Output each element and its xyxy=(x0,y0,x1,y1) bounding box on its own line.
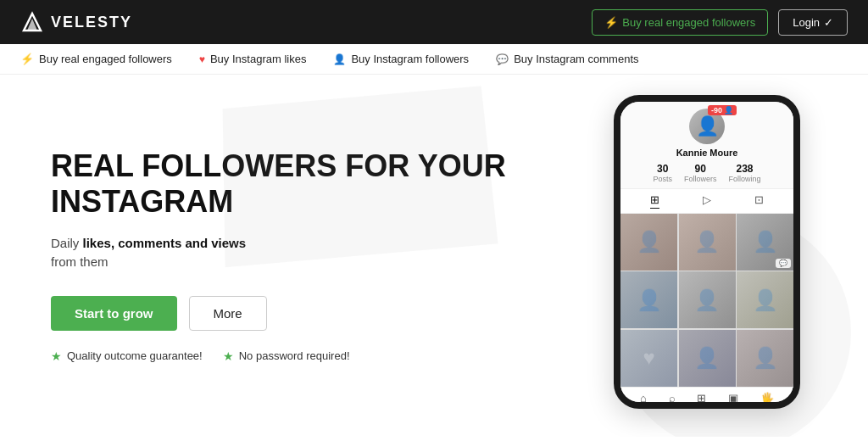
badge-no-password: ★ No password required! xyxy=(223,349,350,363)
phone-stat-posts: 30 Posts xyxy=(653,163,672,183)
phone-stat-followers: 90 Followers xyxy=(684,163,717,183)
profile-nav-icon[interactable]: 🖐 xyxy=(760,392,774,405)
posts-count: 30 xyxy=(657,163,668,175)
grid-cell-6: 👤 xyxy=(737,271,793,328)
avatar-person-icon: 👤 xyxy=(696,115,719,137)
chat-icon: 💬 xyxy=(496,53,509,65)
bolt-icon: ⚡ xyxy=(20,53,34,65)
cta-label: Buy real engaged followers xyxy=(622,16,755,29)
grid-cell-7: ♥ xyxy=(620,330,677,387)
chat-bubble: 💬 xyxy=(776,259,791,268)
grid-cell-4: 👤 xyxy=(620,271,677,328)
main-content: REAL FOLLOWERS FOR YOUR INSTAGRAM Daily … xyxy=(0,75,868,437)
nav-label-instagram-followers: Buy Instagram followers xyxy=(351,53,469,65)
cta-button[interactable]: ⚡ Buy real engaged followers xyxy=(592,9,768,36)
navbar: ⚡ Buy real engaged followers ♥ Buy Insta… xyxy=(0,44,868,75)
more-button[interactable]: More xyxy=(189,296,267,331)
person-silhouette-8: 👤 xyxy=(679,330,736,387)
phone-avatar-wrap: 👤 -90 👤 xyxy=(689,109,725,144)
heart-icon: ♥ xyxy=(199,53,205,65)
hero-buttons: Start to grow More xyxy=(51,296,580,331)
logo-text: VELESTY xyxy=(51,14,132,31)
start-to-grow-button[interactable]: Start to grow xyxy=(51,296,177,331)
nav-label-likes: Buy Instagram likes xyxy=(210,53,306,65)
grid-cell-1: 👤 xyxy=(620,214,677,271)
grid-cell-8: 👤 xyxy=(679,330,736,387)
star-icon-1: ★ xyxy=(51,349,62,363)
phone-mockup: 👤 -90 👤 Kannie Moure 30 Posts 90 F xyxy=(614,95,817,417)
nav-item-followers[interactable]: ⚡ Buy real engaged followers xyxy=(20,53,172,65)
person-icon: 👤 xyxy=(333,53,346,65)
person-silhouette-7: ♥ xyxy=(620,330,677,387)
hero-section: REAL FOLLOWERS FOR YOUR INSTAGRAM Daily … xyxy=(51,148,614,363)
person-silhouette-5: 👤 xyxy=(679,271,736,328)
grid-cell-3: 👤 💬 xyxy=(737,214,793,271)
grid-cell-9: 👤 xyxy=(737,330,793,387)
hero-title: REAL FOLLOWERS FOR YOUR INSTAGRAM xyxy=(51,148,580,219)
logo: VELESTY xyxy=(20,10,132,34)
login-button[interactable]: Login ✓ xyxy=(778,9,848,36)
reels-nav-icon[interactable]: ▣ xyxy=(728,392,738,405)
person-silhouette-4: 👤 xyxy=(620,271,677,328)
nav-label-comments: Buy Instagram comments xyxy=(514,53,638,65)
phone-username: Kannie Moure xyxy=(676,148,738,158)
following-label: Following xyxy=(729,175,761,183)
logo-icon xyxy=(20,10,44,34)
hero-badges: ★ Quality outcome guarantee! ★ No passwo… xyxy=(51,349,580,363)
video-tab-icon[interactable]: ▷ xyxy=(703,193,711,209)
add-nav-icon[interactable]: ⊞ xyxy=(697,392,706,405)
followers-label: Followers xyxy=(684,175,717,183)
cta-icon: ⚡ xyxy=(604,16,618,29)
phone-bottom-bar: ⌂ ⌕ ⊞ ▣ 🖐 xyxy=(620,387,793,409)
nav-item-likes[interactable]: ♥ Buy Instagram likes xyxy=(199,53,307,65)
hero-subtitle: Daily likes, comments and views from the… xyxy=(51,234,580,272)
nav-item-instagram-followers[interactable]: 👤 Buy Instagram followers xyxy=(333,53,469,65)
follower-badge: -90 👤 xyxy=(708,105,737,115)
phone-screen: 👤 -90 👤 Kannie Moure 30 Posts 90 F xyxy=(614,95,800,409)
header: VELESTY ⚡ Buy real engaged followers Log… xyxy=(0,0,868,44)
login-label: Login xyxy=(793,16,820,29)
tag-tab-icon[interactable]: ⊡ xyxy=(754,193,764,209)
checkmark-icon: ✓ xyxy=(824,16,833,29)
person-silhouette-6: 👤 xyxy=(737,271,793,328)
posts-label: Posts xyxy=(653,175,672,183)
grid-cell-2: 👤 xyxy=(679,214,736,271)
grid-cell-5: 👤 xyxy=(679,271,736,328)
home-nav-icon[interactable]: ⌂ xyxy=(640,392,647,405)
nav-item-comments[interactable]: 💬 Buy Instagram comments xyxy=(496,53,638,65)
follower-badge-person-icon: 👤 xyxy=(724,106,733,114)
phone-tab-row: ⊞ ▷ ⊡ xyxy=(620,189,793,214)
followers-count: 90 xyxy=(695,163,706,175)
badge-quality: ★ Quality outcome guarantee! xyxy=(51,349,203,363)
nav-label-followers: Buy real engaged followers xyxy=(39,53,172,65)
header-actions: ⚡ Buy real engaged followers Login ✓ xyxy=(592,9,848,36)
search-nav-icon[interactable]: ⌕ xyxy=(669,392,676,405)
phone-profile: 👤 -90 👤 Kannie Moure 30 Posts 90 F xyxy=(620,102,793,189)
phone-stats: 30 Posts 90 Followers 238 Following xyxy=(653,163,760,183)
person-silhouette-2: 👤 xyxy=(679,214,736,271)
following-count: 238 xyxy=(737,163,754,175)
person-silhouette-1: 👤 xyxy=(620,214,677,271)
person-silhouette-9: 👤 xyxy=(737,330,793,387)
phone-stat-following: 238 Following xyxy=(729,163,761,183)
follower-badge-value: -90 xyxy=(711,106,722,114)
photo-grid: 👤 👤 👤 💬 👤 👤 👤 ♥ xyxy=(620,214,793,387)
badge-no-password-label: No password required! xyxy=(239,349,350,362)
star-icon-2: ★ xyxy=(223,349,234,363)
grid-tab-icon[interactable]: ⊞ xyxy=(650,193,659,209)
badge-quality-label: Quality outcome guarantee! xyxy=(67,349,203,362)
